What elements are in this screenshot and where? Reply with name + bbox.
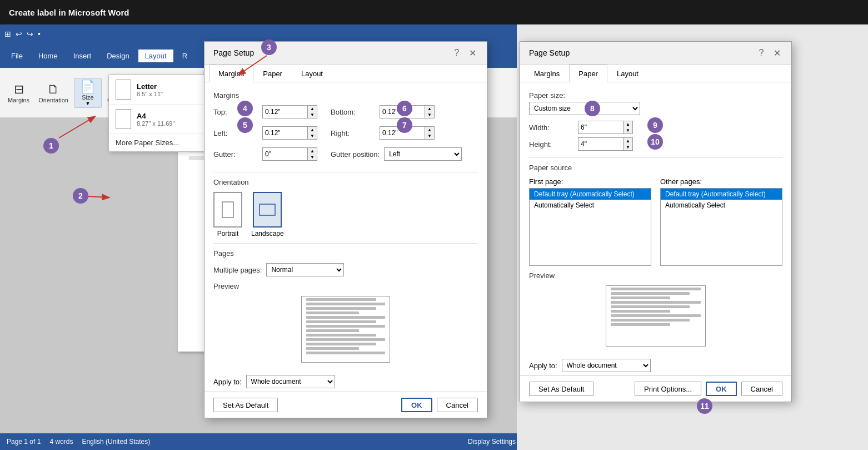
dialog1-close-button[interactable]: ✕ — [467, 47, 478, 58]
right-spin-down[interactable]: ▼ — [425, 133, 434, 139]
undo-icon[interactable]: ↩ — [16, 29, 22, 38]
gutter-pos-select[interactable]: Left Top — [384, 147, 462, 161]
width-spin-down[interactable]: ▼ — [623, 127, 632, 133]
annotation-5: 5 — [237, 117, 253, 133]
set-default-button-2[interactable]: Set As Default — [529, 382, 593, 396]
redo-icon[interactable]: ↪ — [27, 29, 33, 38]
width-input-group: ▲ ▼ — [578, 121, 633, 134]
top-input[interactable] — [263, 106, 307, 118]
apply-to-label-2: Apply to: — [529, 362, 557, 370]
pages-section-title: Pages — [213, 249, 478, 258]
display-settings[interactable]: Display Settings — [468, 438, 516, 446]
portrait-label: Portrait — [217, 230, 239, 238]
dialog1-tab-paper[interactable]: Paper — [253, 65, 292, 82]
size-a4[interactable]: A4 8.27" x 11.69" — [109, 105, 219, 134]
multiple-pages-select[interactable]: Normal Mirror margins — [266, 263, 344, 276]
save-icon[interactable]: • — [38, 29, 41, 38]
ok-button-1[interactable]: OK — [401, 398, 432, 412]
annotation-8: 8 — [585, 101, 600, 116]
left-spin-up[interactable]: ▲ — [308, 127, 317, 133]
more-sizes-button[interactable]: More Paper Sizes... — [109, 134, 219, 151]
right-label: Right: — [331, 129, 375, 137]
cancel-button-1[interactable]: Cancel — [437, 398, 478, 412]
apply-to-select-2[interactable]: Whole document — [562, 359, 651, 372]
letter-icon — [116, 80, 131, 100]
tab-layout[interactable]: Layout — [138, 50, 173, 62]
dialog2-tab-layout[interactable]: Layout — [607, 65, 648, 82]
gutter-label: Gutter: — [213, 150, 258, 159]
preview-label-1: Preview — [213, 282, 478, 290]
dialog2-close-button[interactable]: ✕ — [771, 47, 782, 58]
width-input[interactable] — [578, 121, 623, 133]
dialog2-tab-paper[interactable]: Paper — [569, 65, 607, 82]
size-letter[interactable]: Letter 8.5" x 11" — [109, 75, 219, 105]
top-margin-row: Top: ▲ ▼ — [213, 105, 317, 118]
right-spin-up[interactable]: ▲ — [425, 127, 434, 133]
left-margin-row: Left: ▲ ▼ — [213, 126, 317, 140]
bottom-spin-up[interactable]: ▲ — [425, 106, 434, 112]
gutter-row: Gutter: ▲ ▼ — [213, 147, 317, 161]
word-count: 4 words — [49, 438, 73, 446]
gutter-spin-down[interactable]: ▼ — [308, 154, 317, 160]
right-spinners: ▲ ▼ — [425, 127, 434, 139]
left-input[interactable] — [263, 127, 307, 139]
orientation-options: Portrait Landscape — [213, 192, 478, 238]
portrait-icon — [213, 192, 242, 228]
left-spinners: ▲ ▼ — [307, 127, 317, 139]
tab-design[interactable]: Design — [100, 50, 136, 62]
width-spin-up[interactable]: ▲ — [623, 121, 632, 127]
width-spinners: ▲ ▼ — [623, 121, 632, 133]
dialog1-title-bar: Page Setup ? ✕ — [204, 42, 487, 65]
margins-button[interactable]: ⊟ Margins — [4, 81, 33, 105]
dialog1-help-button[interactable]: ? — [451, 47, 462, 58]
orientation-button[interactable]: 🗋 Orientation — [35, 81, 72, 105]
other-pages-item-1[interactable]: Automatically Select — [661, 200, 782, 211]
gutter-input-group: ▲ ▼ — [262, 147, 317, 161]
height-spin-down[interactable]: ▼ — [623, 144, 632, 150]
dialog2-help-button[interactable]: ? — [756, 47, 767, 58]
height-spin-up[interactable]: ▲ — [623, 138, 632, 144]
gutter-spin-up[interactable]: ▲ — [308, 148, 317, 154]
orientation-section-title: Orientation — [213, 178, 478, 186]
orientation-icon: 🗋 — [47, 82, 59, 97]
annotation-10: 10 — [647, 134, 663, 150]
apply-to-select-1[interactable]: Whole document — [246, 375, 335, 388]
gutter-input[interactable] — [263, 148, 307, 160]
preview-label-2: Preview — [529, 271, 782, 280]
apply-to-row-2: Apply to: Whole document — [520, 355, 791, 375]
gutter-pos-label: Gutter position: — [331, 150, 380, 159]
left-spin-down[interactable]: ▼ — [308, 133, 317, 139]
tab-home[interactable]: Home — [32, 50, 64, 62]
gutter-spinners: ▲ ▼ — [307, 148, 317, 160]
set-default-button-1[interactable]: Set As Default — [213, 398, 278, 412]
first-page-item-0[interactable]: Default tray (Automatically Select) — [530, 189, 651, 200]
cancel-button-2[interactable]: Cancel — [741, 382, 782, 396]
paper-source-cols: First page: Default tray (Automatically … — [529, 177, 782, 266]
annotation-6: 6 — [397, 101, 412, 116]
height-input[interactable] — [578, 138, 623, 150]
tab-insert[interactable]: Insert — [67, 50, 98, 62]
tab-review[interactable]: R — [176, 50, 194, 62]
other-pages-item-0[interactable]: Default tray (Automatically Select) — [661, 189, 782, 200]
tab-file[interactable]: File — [4, 50, 29, 62]
dialog2-title-bar: Page Setup ? ✕ — [520, 42, 791, 65]
preview-box-1 — [301, 296, 390, 363]
dialog1-tab-margins[interactable]: Margins — [209, 65, 253, 82]
a4-icon — [116, 109, 131, 129]
size-dropdown-arrow: ▼ — [85, 101, 90, 106]
top-spin-up[interactable]: ▲ — [308, 106, 317, 112]
portrait-option[interactable]: Portrait — [213, 192, 242, 238]
dialog1-title-text: Page Setup — [213, 48, 254, 57]
dialog2-tab-margins[interactable]: Margins — [525, 65, 569, 82]
dialog2-footer-right: Print Options... OK Cancel — [635, 382, 782, 396]
landscape-option[interactable]: Landscape — [251, 192, 284, 238]
bottom-spin-down[interactable]: ▼ — [425, 112, 434, 118]
portrait-svg — [221, 201, 235, 219]
first-page-item-1[interactable]: Automatically Select — [530, 200, 651, 211]
ok-button-2[interactable]: OK — [706, 382, 737, 396]
dialog1-footer-right: OK Cancel — [401, 398, 478, 412]
size-button[interactable]: 📄 Size ▼ — [74, 78, 102, 108]
print-options-button[interactable]: Print Options... — [635, 382, 701, 396]
top-spin-down[interactable]: ▼ — [308, 112, 317, 118]
dialog1-tab-layout[interactable]: Layout — [292, 65, 332, 82]
